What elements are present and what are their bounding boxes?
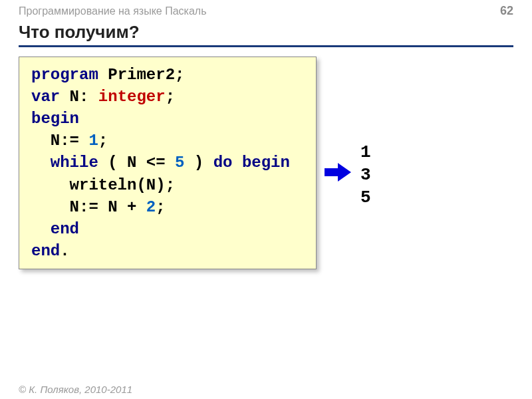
code-line: var N: integer;	[31, 86, 304, 108]
output-line: 3	[360, 164, 371, 187]
code-line: N:= N + 2;	[31, 196, 304, 218]
footer-copyright: © К. Поляков, 2010-2011	[19, 384, 132, 395]
code-line: while ( N <= 5 ) do begin	[31, 152, 304, 174]
code-block: program Primer2; var N: integer; begin N…	[19, 57, 317, 269]
slide-title: Что получим?	[19, 22, 513, 44]
code-line: writeln(N);	[31, 174, 304, 196]
output-line: 5	[360, 187, 371, 209]
arrow-right-icon	[325, 163, 351, 182]
subject-text: Программирование на языке Паскаль	[19, 5, 207, 17]
code-line: begin	[31, 108, 304, 130]
output-line: 1	[360, 142, 371, 164]
page-number: 62	[500, 4, 513, 18]
code-line: end.	[31, 240, 304, 262]
code-line: program Primer2;	[31, 64, 304, 86]
content-area: program Primer2; var N: integer; begin N…	[0, 47, 532, 279]
slide-header: Программирование на языке Паскаль 62	[0, 0, 532, 21]
arrow-wrap	[325, 163, 351, 182]
program-output: 1 3 5	[360, 142, 371, 209]
code-line: end	[31, 218, 304, 240]
title-area: Что получим?	[0, 21, 532, 47]
code-line: N:= 1;	[31, 130, 304, 152]
